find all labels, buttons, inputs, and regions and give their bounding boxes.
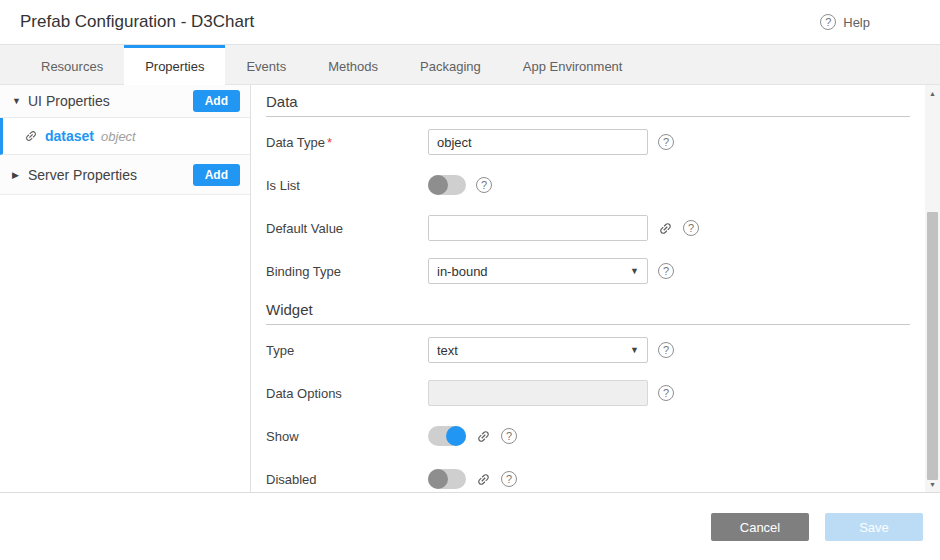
help-icon[interactable]: ?: [476, 177, 492, 193]
bind-link-icon[interactable]: [476, 472, 491, 487]
tab-resources[interactable]: Resources: [20, 45, 124, 84]
help-icon[interactable]: ?: [658, 263, 674, 279]
is-list-label: Is List: [266, 178, 428, 193]
help-icon[interactable]: ?: [658, 134, 674, 150]
help-button[interactable]: ? Help: [820, 14, 870, 30]
save-button[interactable]: Save: [825, 513, 923, 541]
binding-type-value: in-bound: [437, 264, 488, 279]
chevron-right-icon: ▶: [12, 170, 28, 180]
help-icon[interactable]: ?: [658, 385, 674, 401]
tab-bar: Resources Properties Events Methods Pack…: [0, 45, 940, 85]
default-value-label: Default Value: [266, 221, 428, 236]
toggle-knob: [428, 175, 448, 195]
server-properties-label: Server Properties: [28, 167, 137, 183]
disabled-label: Disabled: [266, 472, 428, 487]
sidebar-group-ui-properties[interactable]: ▼ UI Properties Add: [0, 85, 250, 118]
add-server-property-button[interactable]: Add: [193, 164, 240, 186]
scrollbar[interactable]: ▲ ▼: [925, 85, 940, 492]
field-row-data-options: Data Options ?: [266, 380, 910, 406]
tab-packaging[interactable]: Packaging: [399, 45, 502, 84]
help-icon[interactable]: ?: [501, 428, 517, 444]
help-icon[interactable]: ?: [683, 220, 699, 236]
required-asterisk: *: [327, 135, 332, 150]
bind-link-icon[interactable]: [476, 429, 491, 444]
disabled-toggle[interactable]: [428, 469, 466, 489]
scroll-down-icon[interactable]: ▼: [925, 478, 940, 490]
show-label: Show: [266, 429, 428, 444]
data-type-input[interactable]: [428, 129, 648, 155]
chevron-down-icon: ▼: [630, 266, 639, 276]
chevron-down-icon: ▼: [630, 345, 639, 355]
data-options-label: Data Options: [266, 386, 428, 401]
help-icon: ?: [820, 14, 836, 30]
help-icon[interactable]: ?: [658, 342, 674, 358]
field-row-show: Show ?: [266, 423, 910, 449]
tab-events[interactable]: Events: [225, 45, 307, 84]
properties-sidebar: ▼ UI Properties Add dataset object ▶ Ser…: [0, 85, 251, 492]
tab-app-environment[interactable]: App Environment: [502, 45, 644, 84]
scrollbar-thumb[interactable]: [927, 212, 938, 480]
field-row-binding-type: Binding Type in-bound ▼ ?: [266, 258, 910, 284]
help-label: Help: [843, 15, 870, 30]
default-value-input[interactable]: [428, 215, 648, 241]
chevron-down-icon: ▼: [12, 96, 28, 106]
link-icon: [24, 129, 38, 143]
section-title-widget: Widget: [266, 301, 910, 325]
field-row-type: Type text ▼ ?: [266, 337, 910, 363]
field-row-default-value: Default Value ?: [266, 215, 910, 241]
sidebar-group-server-properties[interactable]: ▶ Server Properties Add: [0, 155, 250, 195]
toggle-knob: [446, 426, 466, 446]
page-title: Prefab Configuration - D3Chart: [20, 12, 254, 32]
add-ui-property-button[interactable]: Add: [193, 90, 240, 112]
tab-properties[interactable]: Properties: [124, 45, 225, 85]
bind-link-icon[interactable]: [658, 221, 673, 236]
dataset-item-type: object: [101, 129, 136, 144]
dataset-item-name: dataset: [45, 128, 94, 144]
tab-methods[interactable]: Methods: [307, 45, 399, 84]
show-toggle[interactable]: [428, 426, 466, 446]
cancel-button[interactable]: Cancel: [711, 513, 809, 541]
dialog-body: ▼ UI Properties Add dataset object ▶ Ser…: [0, 85, 940, 492]
section-title-data: Data: [266, 93, 910, 117]
data-type-label: Data Type*: [266, 135, 428, 150]
is-list-toggle[interactable]: [428, 175, 466, 195]
data-options-input: [428, 380, 648, 406]
toggle-knob: [428, 469, 448, 489]
ui-properties-label: UI Properties: [28, 93, 110, 109]
properties-panel: Data Data Type* ? Is List ? Default Valu…: [251, 85, 940, 492]
field-row-disabled: Disabled ?: [266, 466, 910, 492]
help-icon[interactable]: ?: [501, 471, 517, 487]
binding-type-select[interactable]: in-bound ▼: [428, 258, 648, 284]
data-type-label-text: Data Type: [266, 135, 325, 150]
field-row-is-list: Is List ?: [266, 172, 910, 198]
type-value: text: [437, 343, 458, 358]
dialog-header: Prefab Configuration - D3Chart ? Help: [0, 0, 940, 45]
dialog-footer: Cancel Save: [0, 492, 940, 560]
scroll-up-icon[interactable]: ▲: [925, 87, 940, 99]
type-select[interactable]: text ▼: [428, 337, 648, 363]
binding-type-label: Binding Type: [266, 264, 428, 279]
sidebar-item-dataset[interactable]: dataset object: [0, 118, 250, 155]
field-row-data-type: Data Type* ?: [266, 129, 910, 155]
type-label: Type: [266, 343, 428, 358]
